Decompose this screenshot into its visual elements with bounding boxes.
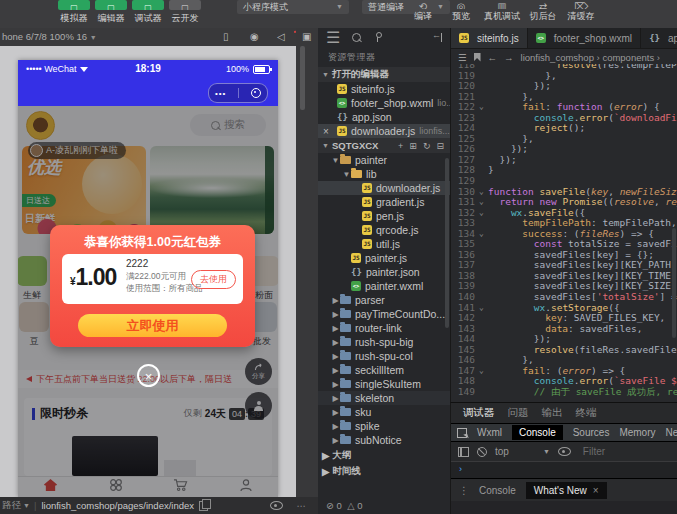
devtools-tab[interactable]: Netwo (666, 427, 677, 438)
menu-icon[interactable]: ☰ (326, 28, 340, 47)
tree-item[interactable]: JSgradient.js (318, 195, 450, 209)
fold-arrow-icon[interactable]: ⌄ (475, 303, 488, 314)
fold-arrow-icon[interactable]: ⌄ (475, 197, 488, 208)
code-area[interactable]: 118 resolve(res.tempFilePath);119 },120 … (451, 64, 677, 402)
eye-icon[interactable] (270, 501, 283, 510)
tree-item[interactable]: ▶parser (318, 293, 450, 307)
clear-console-icon[interactable] (477, 447, 487, 457)
kebab-menu-icon[interactable]: ⋮ (459, 485, 469, 496)
tree-item[interactable]: ▶payTimeCountDo... (318, 307, 450, 321)
copy-icon[interactable] (199, 501, 208, 511)
mute-icon[interactable]: ◁ (277, 28, 285, 46)
tree-item[interactable]: ▶router-link (318, 321, 450, 335)
inspect-element-icon[interactable] (457, 428, 467, 438)
tree-item[interactable]: ▶spike (318, 419, 450, 433)
fold-arrow-icon[interactable]: ⌄ (475, 102, 488, 113)
toolbar-action[interactable]: ⇄切后台 (528, 0, 558, 23)
new-file-icon[interactable]: + (398, 141, 403, 151)
close-capsule-icon[interactable] (251, 88, 261, 98)
record-icon[interactable]: ◉ (250, 28, 259, 46)
debugger-tab[interactable]: 输出 (542, 406, 563, 420)
problems-status[interactable]: ⊘ 0 △ 0 (326, 500, 362, 511)
devtools-tab[interactable]: Memory (619, 427, 655, 438)
git-branch-icon[interactable] (373, 32, 382, 43)
devtools-tab[interactable]: Sources (573, 427, 610, 438)
tree-item[interactable]: JSdownloader.js (318, 181, 450, 195)
new-folder-icon[interactable]: ⊞ (409, 141, 417, 151)
filter-input[interactable]: Filter (583, 446, 605, 457)
miniprogram-capsule[interactable]: ••• (208, 83, 268, 103)
eye-icon[interactable] (558, 447, 571, 456)
tree-item[interactable]: ▶singleSkuItem (318, 377, 450, 391)
tree-item[interactable]: {}painter.json (318, 265, 450, 279)
project-section[interactable]: ▼ SQTGXCX + ⊞ ↻ ⊟ (318, 138, 450, 153)
mode-dropdown[interactable]: 小程序模式▼ (237, 0, 349, 14)
search-icon[interactable] (352, 33, 361, 42)
tree-item[interactable]: JSqrcode.js (318, 223, 450, 237)
scrollbar[interactable] (445, 158, 449, 328)
tree-item[interactable]: JSpen.js (318, 209, 450, 223)
toolbar-action[interactable]: ⌦清缓存 (566, 0, 596, 23)
devtools-tab[interactable]: Wxml (477, 427, 502, 438)
fold-arrow-icon[interactable]: ⌄ (475, 366, 488, 377)
tree-item[interactable]: ▶rush-spu-big (318, 335, 450, 349)
bookmark-icon[interactable] (474, 53, 481, 62)
tree-item[interactable]: ▼lib (318, 167, 450, 181)
file-list-icon[interactable]: ☰ (458, 52, 467, 63)
popup-close-icon[interactable]: × (137, 364, 160, 387)
open-editors-section[interactable]: ▼ 打开的编辑器 (318, 67, 450, 82)
toolbar-action[interactable]: ▥真机调试 (484, 0, 520, 23)
sidebar-toggle-icon[interactable] (458, 447, 469, 457)
tree-item[interactable]: ▶sku (318, 405, 450, 419)
editor-tab[interactable]: <>footer_shop.wxml (528, 28, 641, 48)
console-output[interactable]: › (451, 462, 677, 478)
debugger-tab[interactable]: 调试器 (463, 406, 495, 420)
toolbar-action[interactable]: ◎预览 (446, 0, 476, 23)
tree-item[interactable]: ▶rush-spu-col (318, 349, 450, 363)
tree-item[interactable]: JSpainter.js (318, 251, 450, 265)
open-editor-item[interactable]: JSsiteinfo.js (318, 82, 450, 96)
refresh-icon[interactable]: ↻ (423, 141, 431, 151)
toolbar-action[interactable]: ⟲编译 (408, 0, 438, 23)
fold-arrow-icon[interactable]: ⌄ (475, 187, 488, 198)
timeline-section[interactable]: ▶时间线 (318, 463, 450, 479)
editor-tab[interactable]: {}ap (641, 28, 677, 48)
tree-item[interactable]: ▶skeleton (318, 391, 450, 405)
more-menu-icon[interactable]: ••• (215, 89, 226, 98)
debugger-tab[interactable]: 问题 (508, 406, 529, 420)
tree-item[interactable]: JSutil.js (318, 237, 450, 251)
collapse-all-icon[interactable]: ⊟ (436, 141, 444, 151)
toolbar-button[interactable]: ▢调试器 (132, 0, 164, 25)
more-icon[interactable]: ⋯ (297, 500, 307, 511)
context-selector[interactable]: top (495, 446, 509, 457)
whats-new-tab[interactable]: What's New × (526, 482, 607, 499)
device-selector[interactable]: hone 6/7/8 100% 16 ▼ (2, 28, 97, 47)
multi-window-icon[interactable]: ▣ (302, 28, 311, 46)
debugger-tab[interactable]: 终端 (576, 406, 597, 420)
open-editor-item[interactable]: {}app.json (318, 110, 450, 124)
toolbar-button[interactable]: ▢编辑器 (95, 0, 127, 25)
fold-arrow-icon[interactable]: ⌄ (475, 229, 488, 240)
tree-item[interactable]: ▶subNotice (318, 433, 450, 447)
close-icon[interactable]: × (323, 126, 329, 137)
editor-tab[interactable]: JSsiteinfo.js (451, 28, 528, 48)
tree-item[interactable]: ▼painter (318, 153, 450, 167)
fold-arrow-icon[interactable]: ⌄ (475, 208, 488, 219)
collapse-sidebar-icon[interactable] (432, 33, 442, 42)
toolbar-button[interactable]: ▢模拟器 (58, 0, 90, 25)
scrollbar[interactable] (300, 46, 305, 110)
tree-item[interactable]: <>painter.wxml (318, 279, 450, 293)
device-icon[interactable]: ▯ (223, 28, 229, 46)
outline-section[interactable]: ▶大纲 (318, 447, 450, 463)
page-path-selector[interactable]: 路径 (2, 499, 21, 512)
chevron-down-icon[interactable]: ▼ (543, 448, 550, 455)
breadcrumb[interactable]: lionfish_comshop › components › (521, 52, 660, 63)
devtools-tab[interactable]: Console (512, 425, 563, 440)
use-coupon-link[interactable]: 去使用 (191, 270, 236, 289)
open-editor-item[interactable]: <>footer_shop.wxmllio... (318, 96, 450, 110)
drawer-console-label[interactable]: Console (479, 485, 516, 496)
tree-item[interactable]: ▶seckillItem (318, 363, 450, 377)
use-now-button[interactable]: 立即使用 (78, 314, 227, 337)
nav-forward-icon[interactable]: → (504, 52, 514, 63)
close-icon[interactable]: × (593, 485, 599, 496)
